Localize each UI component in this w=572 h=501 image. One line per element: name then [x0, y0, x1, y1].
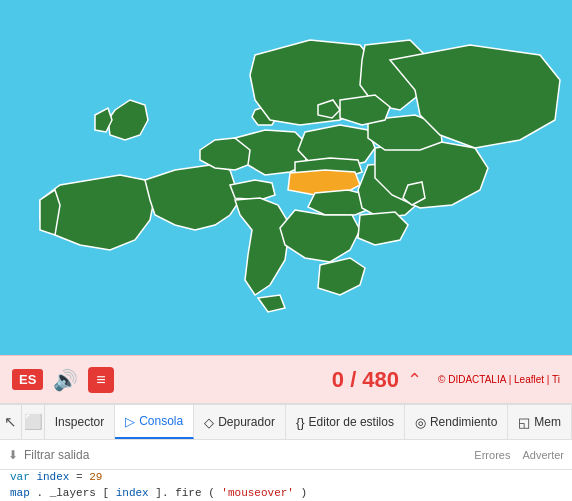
debugger-icon: ◇ — [204, 415, 214, 430]
console-label: Consola — [139, 414, 183, 428]
toolbar-right: 0 / 480 ⌃ © DIDACTALIA | Leaflet | Ti — [332, 367, 560, 393]
game-toolbar: ES 🔊 ≡ 0 / 480 ⌃ © DIDACTALIA | Leaflet … — [0, 355, 572, 403]
performance-label: Rendimiento — [430, 415, 497, 429]
perf-icon: ◎ — [415, 415, 426, 430]
console-icon: ▷ — [125, 414, 135, 429]
attribution-text: © DIDACTALIA | Leaflet | Ti — [438, 374, 560, 385]
toolbar-left: ES 🔊 ≡ — [12, 367, 114, 393]
filter-icon: ⬇ — [8, 448, 18, 462]
score-current: 0 — [332, 367, 344, 392]
warnings-label: Adverter — [522, 449, 564, 461]
devtools-page-button[interactable]: ⬜ — [22, 405, 44, 439]
score-display: 0 / 480 — [332, 367, 399, 393]
tab-console[interactable]: ▷ Consola — [115, 405, 194, 439]
map-area — [0, 0, 572, 355]
tab-performance[interactable]: ◎ Rendimiento — [405, 405, 508, 439]
filter-bar: ⬇ Errores Adverter — [0, 439, 572, 469]
flag-label: ES — [19, 372, 36, 387]
tab-debugger[interactable]: ◇ Depurador — [194, 405, 286, 439]
devtools-tabs: ↖ ⬜ Inspector ▷ Consola ◇ Depurador {} E… — [0, 403, 572, 439]
sound-button[interactable]: 🔊 — [53, 368, 78, 392]
memory-label: Mem — [534, 415, 561, 429]
inspector-label: Inspector — [55, 415, 104, 429]
tab-inspector[interactable]: Inspector — [45, 405, 115, 439]
filter-options: Errores Adverter — [474, 449, 564, 461]
list-icon: ≡ — [96, 371, 105, 389]
list-button[interactable]: ≡ — [88, 367, 113, 393]
styles-label: Editor de estilos — [309, 415, 394, 429]
cursor-icon: ↖ — [4, 413, 17, 431]
debugger-label: Depurador — [218, 415, 275, 429]
flag-badge: ES — [12, 369, 43, 390]
score-total: 480 — [362, 367, 399, 392]
page-icon: ⬜ — [24, 413, 43, 431]
console-line-1: var index = 29 — [10, 470, 562, 485]
sound-icon: 🔊 — [53, 369, 78, 391]
memory-icon: ◱ — [518, 415, 530, 430]
tab-styles[interactable]: {} Editor de estilos — [286, 405, 405, 439]
devtools-cursor-button[interactable]: ↖ — [0, 405, 22, 439]
console-line-2: map . _layers [ index ]. fire ( 'mouseov… — [10, 486, 562, 501]
tab-memory[interactable]: ◱ Mem — [508, 405, 572, 439]
console-area: var index = 29 map . _layers [ index ]. … — [0, 469, 572, 501]
europe-map — [0, 0, 572, 355]
errors-label: Errores — [474, 449, 510, 461]
chevron-up-icon[interactable]: ⌃ — [407, 369, 422, 391]
score-separator: / — [350, 367, 362, 392]
filter-input[interactable] — [24, 448, 468, 462]
styles-icon: {} — [296, 415, 305, 430]
